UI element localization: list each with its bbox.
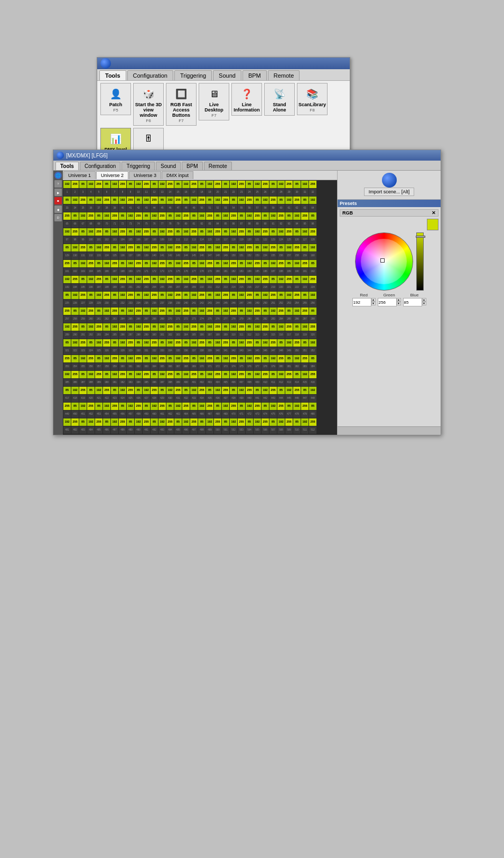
dmx-cell[interactable]: 192	[87, 371, 95, 378]
dmx-cell[interactable]: 85	[111, 292, 118, 299]
dmx-cell[interactable]: 85	[79, 418, 87, 426]
dmx-cell[interactable]: 85	[174, 418, 182, 426]
dmx-cell[interactable]: 192	[230, 228, 237, 236]
green-down[interactable]: ▼	[397, 302, 401, 305]
dmx-cell[interactable]: 85	[95, 260, 102, 267]
dmx-cell[interactable]: 255	[269, 339, 277, 347]
dmx-cell[interactable]: 85	[127, 276, 134, 283]
dmx-cell[interactable]: 255	[158, 260, 166, 267]
dmx-cell[interactable]: 85	[301, 244, 309, 251]
dmx-cell[interactable]: 255	[206, 355, 213, 362]
dmx-cell[interactable]: 192	[269, 212, 277, 220]
dmx-cell[interactable]: 85	[293, 276, 301, 283]
dmx-cell[interactable]: 85	[174, 276, 182, 283]
dmx-cell[interactable]: 85	[166, 307, 174, 315]
dmx-cell[interactable]: 255	[269, 197, 277, 204]
dmx-cell[interactable]: 192	[246, 403, 253, 410]
dmx-cell[interactable]: 85	[63, 244, 71, 251]
dmx-cell[interactable]: 85	[246, 371, 253, 378]
dmx-cell[interactable]: 85	[103, 276, 110, 283]
dmx-cell[interactable]: 85	[269, 181, 277, 188]
brightness-bar[interactable]	[416, 232, 424, 291]
dmx-cell[interactable]: 192	[182, 181, 190, 188]
dmx-cell[interactable]: 192	[95, 339, 102, 347]
dmx-cell[interactable]: 192	[135, 181, 142, 188]
dmx-cell[interactable]: 85	[63, 339, 71, 347]
dmx-cell[interactable]: 192	[269, 403, 277, 410]
dmx-cell[interactable]: 192	[103, 403, 110, 410]
dmx-cell[interactable]: 192	[309, 244, 316, 251]
dmx-cell[interactable]: 85	[277, 244, 285, 251]
dmx-cell[interactable]: 255	[135, 260, 142, 267]
dmx-cell[interactable]: 85	[222, 276, 229, 283]
dmx-cell[interactable]: 255	[293, 387, 301, 394]
dmx-cell[interactable]: 255	[198, 292, 206, 299]
dmx-cell[interactable]: 192	[182, 228, 190, 236]
dmx-cell[interactable]: 255	[277, 355, 285, 362]
dmx-cell[interactable]: 85	[79, 323, 87, 331]
color-wheel[interactable]	[355, 232, 413, 291]
dmx-cell[interactable]: 85	[285, 260, 293, 267]
dmx-cell[interactable]: 255	[166, 371, 174, 378]
dmx-cell[interactable]: 255	[246, 292, 253, 299]
dmx-cell[interactable]: 85	[246, 323, 253, 331]
brightness-handle[interactable]	[416, 236, 425, 238]
dmx-cell[interactable]: 192	[222, 403, 229, 410]
dmx-cell[interactable]: 85	[293, 418, 301, 426]
dmx-cell[interactable]: 85	[285, 307, 293, 315]
dmx-cell[interactable]: 85	[127, 418, 134, 426]
dmx-cell[interactable]: 255	[135, 355, 142, 362]
dmx-cell[interactable]: 85	[95, 355, 102, 362]
dmx-cell[interactable]: 255	[111, 260, 118, 267]
dmx-cell[interactable]: 255	[214, 181, 221, 188]
dmx-cell[interactable]: 85	[151, 323, 158, 331]
dmx-cell[interactable]: 192	[119, 339, 126, 347]
red-down[interactable]: ▼	[371, 302, 376, 305]
tab-bpm[interactable]: BPM	[242, 70, 267, 80]
dmx-cell[interactable]: 255	[135, 307, 142, 315]
dmx-cell[interactable]: 192	[246, 307, 253, 315]
scanlibrary-button[interactable]: 📚 ScanLibrary F8	[297, 83, 328, 115]
main-tab-remote[interactable]: Remote	[204, 162, 232, 170]
dmx-cell[interactable]: 192	[95, 197, 102, 204]
dmx-cell[interactable]: 85	[214, 355, 221, 362]
dmx-cell[interactable]: 192	[285, 339, 293, 347]
dmx-cell[interactable]: 192	[182, 276, 190, 283]
dmx-cell[interactable]: 192	[151, 260, 158, 267]
dmx-cell[interactable]: 255	[246, 387, 253, 394]
dmx-cell[interactable]: 255	[230, 355, 237, 362]
dmx-cell[interactable]: 85	[269, 323, 277, 331]
dmx-cell[interactable]: 192	[174, 403, 182, 410]
dmx-cell[interactable]: 192	[238, 197, 245, 204]
dmx-cell[interactable]: 192	[214, 197, 221, 204]
dmx-cell[interactable]: 85	[182, 387, 190, 394]
dmx-cell[interactable]: 255	[174, 387, 182, 394]
dmx-cell[interactable]: 255	[246, 197, 253, 204]
dmx-cell[interactable]: 255	[143, 418, 150, 426]
dmx-cell[interactable]: 255	[198, 197, 206, 204]
dmx-cell[interactable]: 255	[63, 212, 71, 220]
dmx-cell[interactable]: 192	[214, 292, 221, 299]
dmx-cell[interactable]: 255	[119, 371, 126, 378]
dmx-cell[interactable]: 85	[158, 244, 166, 251]
dmx-cell[interactable]: 85	[309, 355, 316, 362]
dmx-cell[interactable]: 85	[214, 403, 221, 410]
dmx-cell[interactable]: 85	[111, 197, 118, 204]
dmx-cell[interactable]: 192	[135, 228, 142, 236]
standalone-button[interactable]: 📡 Stand Alone	[264, 83, 295, 116]
dmx-cell[interactable]: 255	[301, 355, 309, 362]
dmx-cell[interactable]: 255	[95, 228, 102, 236]
dmx-cell[interactable]: 255	[222, 292, 229, 299]
dmx-cell[interactable]: 192	[71, 387, 79, 394]
dmx-cell[interactable]: 85	[293, 228, 301, 236]
dmx-cell[interactable]: 192	[206, 181, 213, 188]
dmx-cell[interactable]: 85	[269, 276, 277, 283]
dmx-cell[interactable]: 85	[277, 387, 285, 394]
dmx-cell[interactable]: 255	[238, 276, 245, 283]
dmx-cell[interactable]: 85	[206, 197, 213, 204]
dmx-cell[interactable]: 192	[71, 292, 79, 299]
green-up[interactable]: ▲	[397, 298, 401, 302]
dmx-cell[interactable]: 192	[301, 228, 309, 236]
dmx-cell[interactable]: 255	[119, 323, 126, 331]
dmx-cell[interactable]: 192	[111, 228, 118, 236]
